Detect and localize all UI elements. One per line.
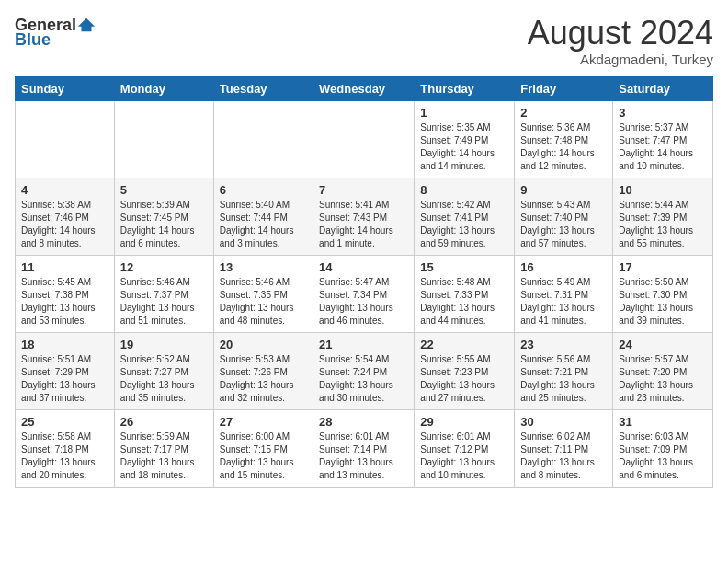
day-info: Sunrise: 5:44 AMSunset: 7:39 PMDaylight:…: [619, 199, 707, 250]
day-info: Sunrise: 5:43 AMSunset: 7:40 PMDaylight:…: [520, 199, 607, 250]
day-info: Sunrise: 6:00 AMSunset: 7:15 PMDaylight:…: [220, 431, 307, 482]
weekday-header-saturday: Saturday: [613, 76, 713, 100]
day-info: Sunrise: 5:59 AMSunset: 7:17 PMDaylight:…: [120, 431, 208, 482]
day-number: 2: [520, 106, 607, 120]
day-info: Sunrise: 6:01 AMSunset: 7:14 PMDaylight:…: [319, 431, 408, 482]
day-number: 4: [21, 183, 108, 197]
day-info: Sunrise: 6:02 AMSunset: 7:11 PMDaylight:…: [520, 431, 607, 482]
day-info: Sunrise: 5:53 AMSunset: 7:26 PMDaylight:…: [220, 353, 307, 405]
day-info: Sunrise: 6:03 AMSunset: 7:09 PMDaylight:…: [619, 431, 707, 482]
day-info: Sunrise: 5:35 AMSunset: 7:49 PMDaylight:…: [420, 121, 508, 173]
logo-blue: Blue: [15, 31, 51, 48]
day-number: 18: [21, 338, 108, 351]
week-row-5: 25Sunrise: 5:58 AMSunset: 7:18 PMDayligh…: [16, 409, 713, 487]
day-info: Sunrise: 5:55 AMSunset: 7:23 PMDaylight:…: [420, 353, 508, 405]
calendar-cell: 13Sunrise: 5:46 AMSunset: 7:35 PMDayligh…: [213, 255, 313, 332]
day-number: 23: [520, 338, 607, 351]
calendar-cell: [16, 100, 115, 178]
day-number: 31: [619, 415, 707, 429]
day-number: 29: [420, 415, 508, 429]
calendar-cell: 10Sunrise: 5:44 AMSunset: 7:39 PMDayligh…: [613, 178, 713, 255]
calendar-cell: 14Sunrise: 5:47 AMSunset: 7:34 PMDayligh…: [313, 255, 415, 332]
day-number: 16: [520, 260, 607, 274]
calendar-cell: 12Sunrise: 5:46 AMSunset: 7:37 PMDayligh…: [114, 255, 213, 332]
day-info: Sunrise: 5:45 AMSunset: 7:38 PMDaylight:…: [21, 276, 108, 327]
calendar-cell: 18Sunrise: 5:51 AMSunset: 7:29 PMDayligh…: [16, 332, 115, 409]
day-number: 3: [619, 106, 707, 120]
week-row-4: 18Sunrise: 5:51 AMSunset: 7:29 PMDayligh…: [16, 332, 713, 409]
day-number: 22: [420, 338, 508, 351]
day-info: Sunrise: 5:36 AMSunset: 7:48 PMDaylight:…: [520, 121, 607, 173]
day-number: 10: [619, 183, 707, 197]
day-number: 21: [319, 338, 408, 351]
weekday-header-thursday: Thursday: [415, 76, 515, 100]
calendar-cell: [313, 100, 415, 178]
weekday-header-wednesday: Wednesday: [313, 76, 415, 100]
calendar-cell: 2Sunrise: 5:36 AMSunset: 7:48 PMDaylight…: [515, 100, 613, 178]
calendar-cell: 26Sunrise: 5:59 AMSunset: 7:17 PMDayligh…: [114, 409, 213, 487]
weekday-header-tuesday: Tuesday: [213, 76, 313, 100]
weekday-header-sunday: Sunday: [16, 76, 115, 100]
day-info: Sunrise: 5:51 AMSunset: 7:29 PMDaylight:…: [21, 353, 108, 405]
day-number: 25: [21, 415, 108, 429]
day-info: Sunrise: 6:01 AMSunset: 7:12 PMDaylight:…: [420, 431, 508, 482]
calendar-cell: 4Sunrise: 5:38 AMSunset: 7:46 PMDaylight…: [16, 178, 115, 255]
calendar-cell: 16Sunrise: 5:49 AMSunset: 7:31 PMDayligh…: [515, 255, 613, 332]
day-number: 15: [420, 260, 508, 274]
calendar-cell: 31Sunrise: 6:03 AMSunset: 7:09 PMDayligh…: [613, 409, 713, 487]
logo: General Blue: [15, 15, 97, 48]
day-number: 28: [319, 415, 408, 429]
calendar-cell: 15Sunrise: 5:48 AMSunset: 7:33 PMDayligh…: [415, 255, 515, 332]
calendar-cell: 1Sunrise: 5:35 AMSunset: 7:49 PMDaylight…: [415, 100, 515, 178]
calendar-table: SundayMondayTuesdayWednesdayThursdayFrid…: [15, 76, 713, 488]
svg-marker-0: [78, 18, 95, 32]
calendar-cell: 24Sunrise: 5:57 AMSunset: 7:20 PMDayligh…: [613, 332, 713, 409]
calendar-cell: 3Sunrise: 5:37 AMSunset: 7:47 PMDaylight…: [613, 100, 713, 178]
weekday-header-friday: Friday: [515, 76, 613, 100]
calendar-cell: 20Sunrise: 5:53 AMSunset: 7:26 PMDayligh…: [213, 332, 313, 409]
calendar-cell: 6Sunrise: 5:40 AMSunset: 7:44 PMDaylight…: [213, 178, 313, 255]
calendar-cell: 9Sunrise: 5:43 AMSunset: 7:40 PMDaylight…: [515, 178, 613, 255]
day-info: Sunrise: 5:38 AMSunset: 7:46 PMDaylight:…: [21, 199, 108, 250]
day-info: Sunrise: 5:57 AMSunset: 7:20 PMDaylight:…: [619, 353, 707, 405]
day-info: Sunrise: 5:42 AMSunset: 7:41 PMDaylight:…: [420, 199, 508, 250]
day-info: Sunrise: 5:56 AMSunset: 7:21 PMDaylight:…: [520, 353, 607, 405]
day-info: Sunrise: 5:37 AMSunset: 7:47 PMDaylight:…: [619, 121, 707, 173]
calendar-cell: 29Sunrise: 6:01 AMSunset: 7:12 PMDayligh…: [415, 409, 515, 487]
day-number: 12: [120, 260, 208, 274]
day-info: Sunrise: 5:46 AMSunset: 7:35 PMDaylight:…: [220, 276, 307, 327]
calendar-cell: 5Sunrise: 5:39 AMSunset: 7:45 PMDaylight…: [114, 178, 213, 255]
day-info: Sunrise: 5:40 AMSunset: 7:44 PMDaylight:…: [220, 199, 307, 250]
day-info: Sunrise: 5:49 AMSunset: 7:31 PMDaylight:…: [520, 276, 607, 327]
calendar-cell: 23Sunrise: 5:56 AMSunset: 7:21 PMDayligh…: [515, 332, 613, 409]
day-number: 17: [619, 260, 707, 274]
day-info: Sunrise: 5:58 AMSunset: 7:18 PMDaylight:…: [21, 431, 108, 482]
day-number: 1: [420, 106, 508, 120]
day-number: 14: [319, 260, 408, 274]
day-number: 9: [520, 183, 607, 197]
week-row-1: 1Sunrise: 5:35 AMSunset: 7:49 PMDaylight…: [16, 100, 713, 178]
calendar-cell: 28Sunrise: 6:01 AMSunset: 7:14 PMDayligh…: [313, 409, 415, 487]
calendar-cell: 11Sunrise: 5:45 AMSunset: 7:38 PMDayligh…: [16, 255, 115, 332]
day-info: Sunrise: 5:46 AMSunset: 7:37 PMDaylight:…: [120, 276, 208, 327]
day-number: 7: [319, 183, 408, 197]
calendar-cell: 30Sunrise: 6:02 AMSunset: 7:11 PMDayligh…: [515, 409, 613, 487]
calendar-cell: [114, 100, 213, 178]
day-number: 20: [220, 338, 307, 351]
location-subtitle: Akdagmadeni, Turkey: [528, 52, 713, 67]
day-number: 26: [120, 415, 208, 429]
calendar-cell: 25Sunrise: 5:58 AMSunset: 7:18 PMDayligh…: [16, 409, 115, 487]
calendar-cell: [213, 100, 313, 178]
day-info: Sunrise: 5:41 AMSunset: 7:43 PMDaylight:…: [319, 199, 408, 250]
page-header: General Blue August 2024 Akdagmadeni, Tu…: [15, 15, 713, 67]
day-info: Sunrise: 5:52 AMSunset: 7:27 PMDaylight:…: [120, 353, 208, 405]
week-row-2: 4Sunrise: 5:38 AMSunset: 7:46 PMDaylight…: [16, 178, 713, 255]
day-number: 8: [420, 183, 508, 197]
day-info: Sunrise: 5:54 AMSunset: 7:24 PMDaylight:…: [319, 353, 408, 405]
calendar-cell: 21Sunrise: 5:54 AMSunset: 7:24 PMDayligh…: [313, 332, 415, 409]
logo-icon: [76, 15, 97, 35]
day-number: 30: [520, 415, 607, 429]
day-info: Sunrise: 5:48 AMSunset: 7:33 PMDaylight:…: [420, 276, 508, 327]
day-number: 27: [220, 415, 307, 429]
day-info: Sunrise: 5:39 AMSunset: 7:45 PMDaylight:…: [120, 199, 208, 250]
